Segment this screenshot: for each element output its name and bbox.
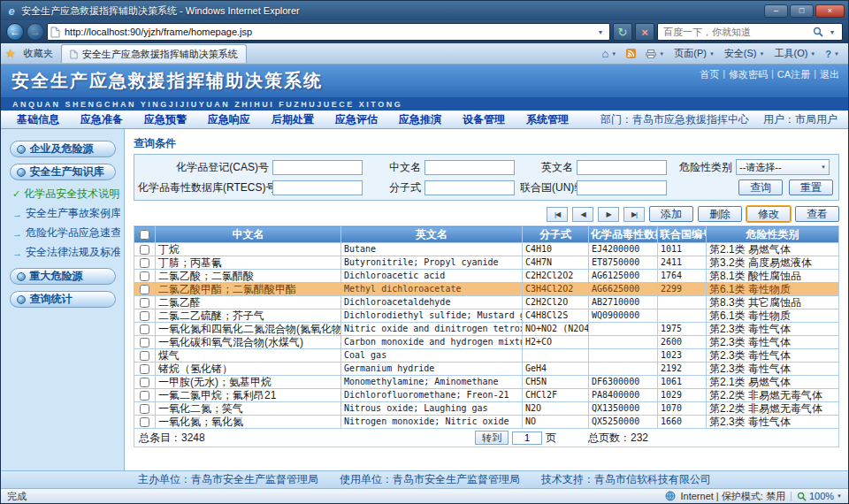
table-row[interactable]: 二氯乙酸；二氯醋酸Dichloroacetic acidC2H2Cl2O2AG6…	[134, 270, 839, 283]
sidebar-button-statistics[interactable]: 查询统计	[10, 291, 116, 308]
row-checkbox[interactable]	[140, 325, 149, 334]
goto-page-button[interactable]: 转到	[475, 431, 509, 445]
cell-en: Carbon monoxide and hydrogen mixture	[341, 336, 523, 349]
sidebar-item-quick-reference[interactable]: →危险化学品应急速查手...	[12, 225, 120, 241]
maximize-button[interactable]: □	[790, 4, 814, 18]
table-row[interactable]: 一氟二氯甲烷；氟利昂21Dichlorofluoromethane; Freon…	[134, 389, 839, 402]
row-checkbox[interactable]	[140, 391, 149, 401]
nav-menu-item[interactable]: 应急准备	[70, 112, 134, 127]
refresh-button[interactable]: ↻	[613, 23, 632, 41]
tools-menu-button[interactable]: 工具(O)▼	[769, 45, 820, 62]
zoom-control[interactable]: 100% ▼	[797, 491, 842, 501]
cell-formula: GeH4	[523, 363, 589, 376]
search-input[interactable]	[662, 26, 810, 38]
table-row[interactable]: 二氯乙酸甲酯；二氯醋酸甲酯Methyl dichloroacetateC3H4C…	[134, 283, 839, 296]
row-checkbox[interactable]	[140, 404, 149, 414]
row-checkbox[interactable]	[140, 245, 149, 255]
table-row[interactable]: 一氧化碳和氧气混合物(水煤气)Carbon monoxide and hydro…	[134, 336, 839, 349]
table-row[interactable]: 煤气Coal gas1023第2.3类 毒性气体	[134, 349, 839, 363]
table-row[interactable]: 锗烷（氢化锗）Germanium hydrideGeH42192第2.3类 毒性…	[134, 363, 839, 376]
prev-page-button[interactable]: ◀	[572, 207, 593, 222]
favorites-button[interactable]: 收藏夹	[20, 45, 57, 62]
sidebar-item-accident-cases[interactable]: →安全生产事故案例库	[12, 206, 120, 221]
nav-menu-item[interactable]: 后期处置	[261, 112, 325, 127]
search-dropdown-icon[interactable]: ▼	[826, 24, 838, 40]
nav-menu-item[interactable]: 设备管理	[452, 112, 516, 127]
reset-button[interactable]: 重置	[789, 179, 833, 195]
row-checkbox[interactable]	[140, 298, 149, 308]
nav-menu-item[interactable]: 应急响应	[197, 112, 261, 127]
nav-menu-item[interactable]: 应急预警	[134, 112, 197, 127]
stop-button[interactable]: ×	[635, 23, 654, 41]
cell-un: 1764	[658, 270, 707, 283]
row-checkbox[interactable]	[140, 378, 149, 387]
table-row[interactable]: 二氯乙醛DichloroacetaldehydeC2H2Cl2OAB271000…	[134, 296, 839, 309]
row-checkbox[interactable]	[140, 364, 149, 374]
header-link[interactable]: 退出	[820, 68, 839, 81]
add-button[interactable]: 添加	[649, 206, 693, 222]
cas-input[interactable]	[272, 160, 363, 175]
table-row[interactable]: 一甲胺(无水)；氨基甲烷Monomethylamine; Aminomethan…	[134, 376, 839, 389]
help-button[interactable]: ?▼	[821, 47, 844, 61]
header-link[interactable]: CA注册	[777, 68, 810, 81]
formula-input[interactable]	[424, 180, 515, 195]
forward-button[interactable]: →	[27, 23, 44, 41]
table-row[interactable]: 一氧化二氮；笑气Nitrous oxide; Laughing gasN2OQX…	[134, 402, 839, 416]
cell-cn: 一氧化二氮；笑气	[156, 402, 341, 416]
table-row[interactable]: 丁腈；丙基氰Butyronitrile; Propyl cyanideC4H7N…	[134, 256, 839, 270]
rtecs-input[interactable]	[272, 180, 363, 195]
sidebar-item-chemical-msds[interactable]: ✓化学品安全技术说明书	[12, 187, 120, 202]
row-checkbox[interactable]	[140, 351, 149, 361]
modify-button[interactable]: 修改	[746, 206, 791, 222]
header-link[interactable]: 首页	[700, 68, 719, 81]
cn-name-input[interactable]	[424, 160, 515, 175]
first-page-button[interactable]: |◀	[547, 207, 568, 222]
print-button[interactable]: ▼	[641, 48, 669, 60]
browser-tab[interactable]: 安全生产应急救援指挥辅助决策系统	[61, 44, 247, 63]
en-name-input[interactable]	[577, 160, 667, 175]
page-number-input[interactable]	[512, 431, 542, 445]
last-page-button[interactable]: ▶|	[623, 207, 645, 222]
table-row[interactable]: 一氧化氮；氧化氮Nitrogen monoxide; Nitric oxideN…	[134, 416, 839, 429]
next-page-button[interactable]: ▶	[598, 207, 619, 222]
row-checkbox[interactable]	[140, 417, 149, 427]
row-checkbox[interactable]	[140, 311, 149, 321]
address-dropdown-icon[interactable]: ▼	[594, 24, 607, 40]
nav-menu-item[interactable]: 应急推演	[388, 112, 452, 127]
close-button[interactable]: ×	[815, 4, 845, 18]
url-input[interactable]	[63, 26, 592, 38]
table-row[interactable]: 丁烷ButaneC4H10EJ42000001011第2.1类 易燃气体	[134, 243, 839, 256]
address-bar[interactable]: ▼	[47, 23, 610, 41]
row-checkbox[interactable]	[140, 285, 149, 294]
nav-menu-item[interactable]: 基础信息	[6, 112, 70, 127]
page-menu-button[interactable]: 页面(P)▼	[669, 45, 719, 62]
home-button[interactable]: ⌂▼	[597, 46, 621, 61]
view-button[interactable]: 查看	[795, 206, 839, 222]
search-box[interactable]: ▼	[657, 23, 843, 41]
nav-menu-item[interactable]: 系统管理	[516, 112, 579, 127]
row-checkbox[interactable]	[140, 338, 149, 347]
select-all-checkbox[interactable]	[140, 230, 149, 240]
feeds-button[interactable]	[622, 47, 640, 60]
sidebar-button-knowledge-base[interactable]: 安全生产知识库	[10, 164, 116, 180]
cell-formula: CHCl2F	[523, 389, 589, 402]
back-button[interactable]: ←	[6, 23, 24, 41]
delete-button[interactable]: 删除	[698, 206, 742, 222]
header-link[interactable]: 修改密码	[729, 68, 768, 81]
table-row[interactable]: 二氯二乙硫醚；芥子气Dichlorodiethyl sulfide; Musta…	[134, 309, 839, 323]
un-number-input[interactable]	[577, 180, 667, 195]
hazard-class-select[interactable]: --请选择--▼	[736, 159, 830, 175]
browser-window: e 安全生产应急救援指挥辅助决策系统 - Windows Internet Ex…	[0, 0, 849, 504]
sidebar-button-enterprise-hazards[interactable]: 企业及危险源	[10, 141, 116, 157]
row-checkbox[interactable]	[140, 258, 149, 268]
nav-menu-item[interactable]: 应急评估	[325, 112, 388, 127]
sidebar-item-laws-standards[interactable]: →安全法律法规及标准库	[12, 245, 120, 260]
cell-cn: 二氯乙酸甲酯；二氯醋酸甲酯	[156, 283, 341, 296]
table-row[interactable]: 一氧化氮和四氧化二氮混合物(氮氧化物，硝基气，氧化氮气体)Nitric oxid…	[134, 323, 839, 336]
minimize-button[interactable]: –	[764, 4, 788, 18]
row-checkbox[interactable]	[140, 271, 149, 281]
search-icon[interactable]	[813, 27, 823, 37]
sidebar-button-major-hazards[interactable]: 重大危险源	[10, 268, 116, 285]
search-button[interactable]: 查询	[738, 179, 783, 195]
safety-menu-button[interactable]: 安全(S)▼	[720, 45, 769, 62]
